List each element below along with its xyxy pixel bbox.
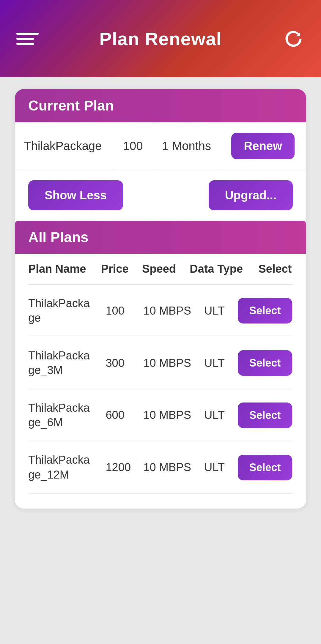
col-select: Select xyxy=(251,254,306,284)
plan-speed-cell: 10 MBPS xyxy=(137,389,198,441)
plan-name-cell: ThilakPackage_12M xyxy=(15,441,100,493)
col-plan-name: Plan Name xyxy=(15,254,95,284)
plan-price-cell: 300 xyxy=(100,337,137,389)
refresh-icon[interactable] xyxy=(282,28,305,50)
plan-speed-cell: 10 MBPS xyxy=(137,441,198,493)
plan-price-cell: 100 xyxy=(100,285,137,337)
plan-select-cell: Select xyxy=(231,441,306,493)
plan-data-type-cell: ULT xyxy=(198,389,231,441)
current-plan-header: Current Plan xyxy=(15,89,306,122)
header: Plan Renewal xyxy=(0,0,321,77)
main-card: Current Plan ThilakPackage 100 1 Months … xyxy=(15,89,306,509)
all-plans-header: All Plans xyxy=(15,221,306,254)
select-button[interactable]: Select xyxy=(238,350,292,376)
select-button[interactable]: Select xyxy=(238,455,292,480)
upgrade-button[interactable]: Upgrad... xyxy=(209,180,293,210)
plans-body-table: ThilakPackage 100 10 MBPS ULT Select Thi… xyxy=(15,285,306,494)
current-plan-duration: 1 Months xyxy=(153,122,222,170)
col-price: Price xyxy=(95,254,136,284)
plan-row: ThilakPackage_3M 300 10 MBPS ULT Select xyxy=(15,337,306,389)
col-speed: Speed xyxy=(136,254,184,284)
plan-name-cell: ThilakPackage_3M xyxy=(15,337,100,389)
plan-speed-cell: 10 MBPS xyxy=(137,337,198,389)
plans-table-header: Plan Name Price Speed Data Type Select xyxy=(15,254,306,284)
current-plan-price: 100 xyxy=(114,122,153,170)
plan-data-type-cell: ULT xyxy=(198,337,231,389)
plan-data-type-cell: ULT xyxy=(198,285,231,337)
plan-price-cell: 1200 xyxy=(100,441,137,493)
plan-row: ThilakPackage 100 10 MBPS ULT Select xyxy=(15,285,306,337)
plan-select-cell: Select xyxy=(231,285,306,337)
show-less-button[interactable]: Show Less xyxy=(28,180,123,210)
plan-select-cell: Select xyxy=(231,337,306,389)
main-content: Current Plan ThilakPackage 100 1 Months … xyxy=(0,77,321,526)
hamburger-menu-icon[interactable] xyxy=(16,33,39,45)
plan-name-cell: ThilakPackage_6M xyxy=(15,389,100,441)
select-button[interactable]: Select xyxy=(238,402,292,428)
current-plan-table: ThilakPackage 100 1 Months Renew xyxy=(15,122,306,170)
plan-price-cell: 600 xyxy=(100,389,137,441)
col-data-type: Data Type xyxy=(184,254,251,284)
plan-name-cell: ThilakPackage xyxy=(15,285,100,337)
all-plans-title: All Plans xyxy=(28,229,89,245)
current-plan-title: Current Plan xyxy=(28,98,114,113)
plan-row: ThilakPackage_12M 1200 10 MBPS ULT Selec… xyxy=(15,441,306,493)
action-buttons: Show Less Upgrad... xyxy=(15,170,306,221)
all-plans-section: All Plans Plan Name Price Speed Data Typ… xyxy=(15,221,306,494)
select-button[interactable]: Select xyxy=(238,298,292,323)
current-plan-name: ThilakPackage xyxy=(15,122,114,170)
plan-row: ThilakPackage_6M 600 10 MBPS ULT Select xyxy=(15,389,306,441)
plan-data-type-cell: ULT xyxy=(198,441,231,493)
plan-select-cell: Select xyxy=(231,389,306,441)
page-title: Plan Renewal xyxy=(99,28,222,49)
renew-button[interactable]: Renew xyxy=(231,133,295,159)
plan-speed-cell: 10 MBPS xyxy=(137,285,198,337)
current-plan-row: ThilakPackage 100 1 Months Renew xyxy=(15,122,306,170)
current-plan-renew-cell: Renew xyxy=(222,122,306,170)
plans-table: Plan Name Price Speed Data Type Select xyxy=(15,254,306,284)
